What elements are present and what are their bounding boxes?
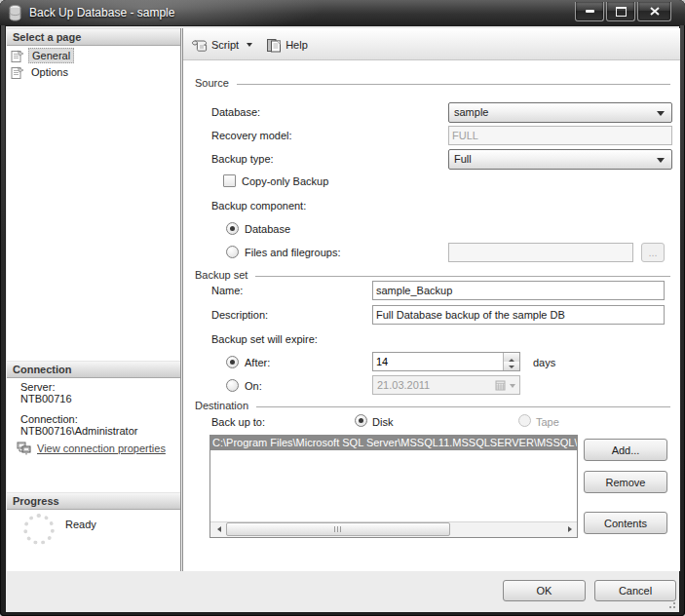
sidebar: Select a page General Options Connection… (7, 28, 181, 571)
description-field[interactable] (372, 305, 665, 325)
toolbar: Script Help (183, 30, 680, 60)
expire-on-value: 21.03.2011 (377, 379, 430, 391)
view-connection-properties-link[interactable]: View connection properties (17, 442, 166, 455)
description-label: Description: (211, 309, 268, 321)
maximize-icon (616, 7, 627, 17)
backup-set-group-label: Backup set (195, 269, 247, 281)
tape-radio (518, 414, 531, 427)
script-button[interactable]: Script (191, 38, 252, 53)
minimize-button[interactable] (575, 2, 604, 21)
scrollbar-thumb[interactable] (226, 522, 450, 536)
source-group-label: Source (195, 77, 229, 89)
days-label: days (533, 357, 555, 368)
link-label: View connection properties (37, 443, 166, 454)
group-divider (256, 406, 670, 407)
disk-radio[interactable] (355, 414, 367, 427)
name-field[interactable] (372, 281, 665, 300)
backup-set-group-header: Backup set (195, 269, 672, 281)
expire-on-datepicker: 21.03.2011 (372, 375, 520, 395)
scroll-left-button[interactable] (210, 522, 225, 536)
dialog-body: Select a page General Options Connection… (5, 25, 680, 613)
destination-group-header: Destination (195, 400, 672, 411)
source-group-header: Source (195, 77, 672, 89)
expire-after-radio[interactable] (226, 356, 239, 368)
server-value: NTB00716 (20, 393, 72, 404)
expire-after-label[interactable]: After: (245, 357, 270, 368)
sidebar-item-label: General (28, 48, 74, 63)
browse-button: ... (641, 243, 665, 262)
scroll-left-icon (214, 526, 221, 532)
minimize-icon (586, 10, 594, 13)
main-panel: Script Help Source Database: sample Reco… (182, 28, 680, 571)
group-divider (255, 276, 670, 277)
disk-radio-label[interactable]: Disk (372, 416, 393, 428)
close-button[interactable] (637, 2, 671, 21)
help-button[interactable]: Help (266, 38, 308, 53)
add-button[interactable]: Add... (584, 439, 667, 461)
expire-after-spinner[interactable] (372, 352, 520, 371)
sidebar-item-general[interactable]: General (11, 48, 74, 63)
close-icon (650, 7, 660, 16)
expire-on-radio[interactable] (226, 379, 239, 392)
resize-grip[interactable] (666, 599, 676, 609)
calendar-icon (495, 380, 506, 391)
horizontal-scrollbar[interactable] (210, 521, 577, 537)
connection-properties-icon (17, 442, 32, 455)
sidebar-item-options[interactable]: Options (11, 64, 71, 80)
database-radio-label[interactable]: Database (245, 223, 290, 235)
destination-path-item[interactable]: C:\Program Files\Microsoft SQL Server\MS… (210, 436, 577, 450)
spinner-buttons (503, 353, 519, 370)
scroll-right-button[interactable] (562, 522, 577, 536)
maximize-button[interactable] (606, 2, 635, 21)
window-controls (575, 2, 671, 21)
destination-group-label: Destination (195, 400, 248, 411)
combo-arrow-icon (657, 158, 665, 167)
files-filegroups-radio[interactable] (226, 246, 239, 258)
connection-label: Connection: (20, 413, 78, 425)
titlebar[interactable]: Back Up Database - sample (0, 0, 685, 25)
script-button-label: Script (211, 39, 239, 51)
select-a-page-header: Select a page (7, 28, 180, 46)
copy-only-backup-checkbox[interactable] (223, 174, 236, 187)
spin-down-button[interactable] (504, 362, 519, 370)
database-radio[interactable] (226, 222, 239, 235)
expire-on-label[interactable]: On: (245, 380, 262, 392)
connection-value: NTB00716\Administrator (20, 425, 137, 437)
files-filegroups-field (448, 243, 633, 262)
destination-listbox[interactable]: C:\Program Files\Microsoft SQL Server\MS… (209, 435, 578, 538)
footer: OK Cancel (6, 571, 679, 612)
spin-down-icon (509, 366, 514, 371)
remove-button[interactable]: Remove (584, 471, 667, 493)
progress-header: Progress (7, 492, 180, 510)
help-icon (266, 38, 282, 53)
database-icon (9, 5, 21, 23)
database-label: Database: (211, 106, 260, 118)
name-label: Name: (211, 285, 243, 296)
progress-spinner-icon (23, 514, 55, 545)
backup-type-label: Backup type: (211, 153, 274, 165)
contents-button[interactable]: Contents (584, 512, 667, 534)
backup-type-combobox[interactable]: Full (448, 149, 672, 170)
backup-database-dialog: Back Up Database - sample Select a page … (0, 0, 685, 616)
files-filegroups-radio-label[interactable]: Files and filegroups: (245, 247, 340, 258)
database-combobox[interactable]: sample (448, 102, 672, 123)
copy-only-backup-label[interactable]: Copy-only Backup (242, 175, 328, 187)
page-icon (11, 66, 24, 79)
backup-component-label: Backup component: (211, 200, 306, 212)
chevron-down-icon (247, 43, 252, 50)
combo-arrow-icon (657, 111, 665, 120)
page-icon (11, 50, 24, 62)
database-combobox-value: sample (454, 106, 488, 118)
server-label: Server: (20, 381, 55, 393)
progress-status: Ready (65, 519, 96, 530)
recovery-model-field (448, 126, 672, 145)
backup-type-combobox-value: Full (454, 153, 472, 165)
cancel-button[interactable]: Cancel (594, 580, 676, 601)
window-title: Back Up Database - sample (29, 6, 174, 19)
ok-button[interactable]: OK (503, 580, 586, 601)
script-icon (191, 38, 208, 53)
expire-label: Backup set will expire: (211, 333, 318, 345)
scroll-right-icon (568, 526, 575, 532)
help-button-label: Help (285, 39, 308, 51)
expire-after-value[interactable] (373, 353, 506, 370)
